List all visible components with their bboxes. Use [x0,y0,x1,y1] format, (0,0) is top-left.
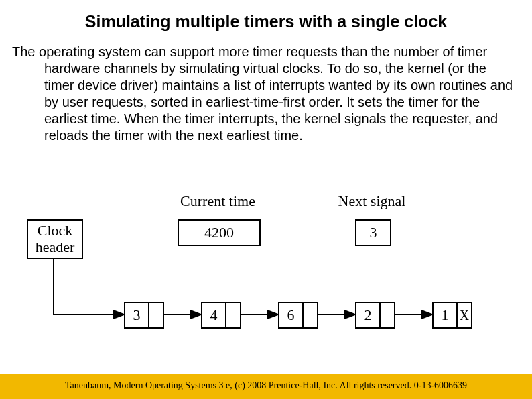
footer-text: Tanenbaum, Modern Operating Systems 3 e,… [0,380,532,391]
arrows [27,191,509,359]
paragraph: The operating system can support more ti… [12,44,513,144]
paragraph-text: The operating system can support more ti… [12,44,513,144]
page-title: Simulating multiple timers with a single… [0,12,532,32]
timer-diagram: Current time Next signal Clock header 42… [27,191,509,359]
